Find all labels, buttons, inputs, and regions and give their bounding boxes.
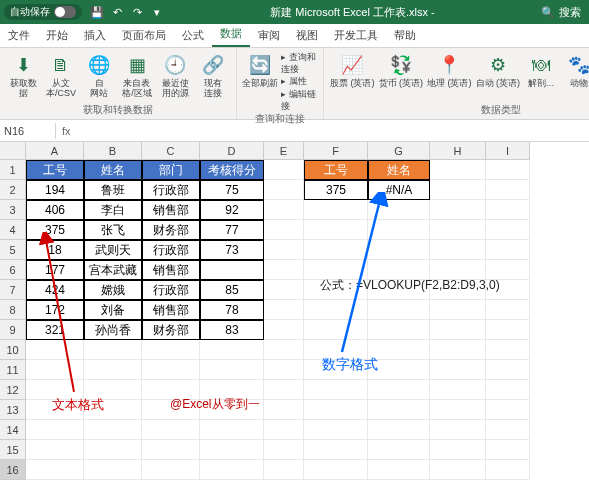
save-icon[interactable]: 💾 [90, 5, 104, 19]
cell-A2[interactable]: 194 [26, 180, 84, 200]
cell-H14[interactable] [430, 420, 486, 440]
ribbon-button[interactable]: 🍽解剖… [524, 52, 558, 89]
col-header-E[interactable]: E [264, 142, 304, 160]
cell-E9[interactable] [264, 320, 304, 340]
ribbon-button[interactable]: 📈股票 (英语) [330, 52, 375, 89]
cell-H8[interactable] [430, 300, 486, 320]
row-header-4[interactable]: 4 [0, 220, 26, 240]
cell-B6[interactable]: 宫本武藏 [84, 260, 142, 280]
cell-D4[interactable]: 77 [200, 220, 264, 240]
cell-D7[interactable]: 85 [200, 280, 264, 300]
cell-D10[interactable] [200, 340, 264, 360]
worksheet[interactable]: ABCDEFGHI 12345678910111213141516 工号姓名部门… [0, 142, 589, 500]
row-header-10[interactable]: 10 [0, 340, 26, 360]
ribbon-button[interactable]: 🗎从文本/CSV [44, 52, 78, 99]
cell-I13[interactable] [486, 400, 530, 420]
cell-B14[interactable] [84, 420, 142, 440]
cell-B7[interactable]: 嫦娥 [84, 280, 142, 300]
col-header-D[interactable]: D [200, 142, 264, 160]
cell-A16[interactable] [26, 460, 84, 480]
cell-I10[interactable] [486, 340, 530, 360]
row-header-2[interactable]: 2 [0, 180, 26, 200]
cell-C3[interactable]: 销售部 [142, 200, 200, 220]
cell-H4[interactable] [430, 220, 486, 240]
ribbon-button[interactable]: 🌐自网站 [82, 52, 116, 99]
col-header-H[interactable]: H [430, 142, 486, 160]
row-header-16[interactable]: 16 [0, 460, 26, 480]
cell-H5[interactable] [430, 240, 486, 260]
ribbon-button[interactable]: ▦来自表格/区域 [120, 52, 154, 99]
cell-C16[interactable] [142, 460, 200, 480]
tab-文件[interactable]: 文件 [0, 24, 38, 47]
undo-icon[interactable]: ↶ [110, 5, 124, 19]
name-box[interactable]: N16 [0, 123, 56, 139]
cell-D14[interactable] [200, 420, 264, 440]
cell-C9[interactable]: 财务部 [142, 320, 200, 340]
cell-A14[interactable] [26, 420, 84, 440]
row-header-7[interactable]: 7 [0, 280, 26, 300]
cell-C14[interactable] [142, 420, 200, 440]
cell-D6[interactable] [200, 260, 264, 280]
cell-B4[interactable]: 张飞 [84, 220, 142, 240]
cell-D2[interactable]: 75 [200, 180, 264, 200]
tab-审阅[interactable]: 审阅 [250, 24, 288, 47]
cell-H16[interactable] [430, 460, 486, 480]
cell-D3[interactable]: 92 [200, 200, 264, 220]
cell-G1[interactable]: 姓名 [368, 160, 430, 180]
cell-E10[interactable] [264, 340, 304, 360]
col-header-B[interactable]: B [84, 142, 142, 160]
qat-more-icon[interactable]: ▾ [150, 5, 164, 19]
cell-F14[interactable] [304, 420, 368, 440]
cell-E12[interactable] [264, 380, 304, 400]
formula-input[interactable] [77, 129, 589, 133]
ribbon-button[interactable]: ⬇获取数据 [6, 52, 40, 99]
cell-H10[interactable] [430, 340, 486, 360]
tab-视图[interactable]: 视图 [288, 24, 326, 47]
cell-F1[interactable]: 工号 [304, 160, 368, 180]
cell-B9[interactable]: 孙尚香 [84, 320, 142, 340]
col-header-I[interactable]: I [486, 142, 530, 160]
cell-E13[interactable] [264, 400, 304, 420]
cell-E1[interactable] [264, 160, 304, 180]
cell-D5[interactable]: 73 [200, 240, 264, 260]
row-header-13[interactable]: 13 [0, 400, 26, 420]
cell-A1[interactable]: 工号 [26, 160, 84, 180]
cell-G14[interactable] [368, 420, 430, 440]
cell-H3[interactable] [430, 200, 486, 220]
cell-E3[interactable] [264, 200, 304, 220]
cell-I12[interactable] [486, 380, 530, 400]
cell-E7[interactable] [264, 280, 304, 300]
col-header-A[interactable]: A [26, 142, 84, 160]
cell-I8[interactable] [486, 300, 530, 320]
cell-D8[interactable]: 78 [200, 300, 264, 320]
cell-B3[interactable]: 李白 [84, 200, 142, 220]
redo-icon[interactable]: ↷ [130, 5, 144, 19]
cell-A3[interactable]: 406 [26, 200, 84, 220]
cell-I14[interactable] [486, 420, 530, 440]
tab-开发工具[interactable]: 开发工具 [326, 24, 386, 47]
cell-G13[interactable] [368, 400, 430, 420]
cell-B2[interactable]: 鲁班 [84, 180, 142, 200]
cell-F16[interactable] [304, 460, 368, 480]
select-all-corner[interactable] [0, 142, 26, 160]
tab-页面布局[interactable]: 页面布局 [114, 24, 174, 47]
cell-C15[interactable] [142, 440, 200, 460]
cell-C7[interactable]: 行政部 [142, 280, 200, 300]
cell-I4[interactable] [486, 220, 530, 240]
cell-G16[interactable] [368, 460, 430, 480]
cell-G15[interactable] [368, 440, 430, 460]
cell-B10[interactable] [84, 340, 142, 360]
tab-公式[interactable]: 公式 [174, 24, 212, 47]
ribbon-button[interactable]: 🕘最近使用的源 [158, 52, 192, 99]
cell-G12[interactable] [368, 380, 430, 400]
cell-E2[interactable] [264, 180, 304, 200]
cell-E11[interactable] [264, 360, 304, 380]
ribbon-button[interactable]: 🔄全部刷新 [243, 52, 277, 89]
cell-H2[interactable] [430, 180, 486, 200]
cell-H13[interactable] [430, 400, 486, 420]
cell-B5[interactable]: 武则天 [84, 240, 142, 260]
cell-H12[interactable] [430, 380, 486, 400]
row-header-6[interactable]: 6 [0, 260, 26, 280]
cell-F13[interactable] [304, 400, 368, 420]
cell-E5[interactable] [264, 240, 304, 260]
